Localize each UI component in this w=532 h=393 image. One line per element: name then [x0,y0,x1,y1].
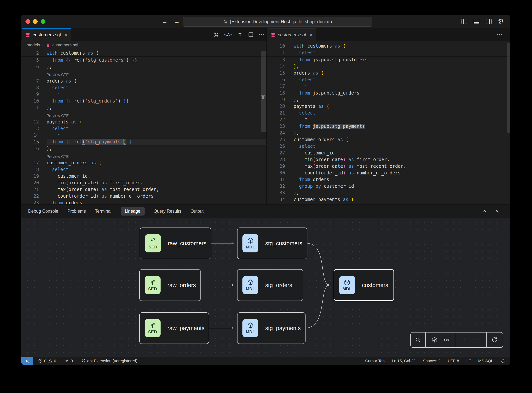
panel-tab-terminal[interactable]: Terminal [95,209,111,214]
remote-indicator[interactable] [21,357,33,365]
lineage-node-stg_orders[interactable]: MDLstg_orders [237,269,303,301]
lineage-node-raw_customers[interactable]: SEDraw_customers [140,227,211,259]
breadcrumb-folder[interactable]: models [27,43,40,48]
minimize-window-button[interactable] [33,19,38,24]
editor-group-divider[interactable] [266,28,267,205]
status-item-ms-sql[interactable]: MS SQL [478,359,493,363]
panel-tab-output[interactable]: Output [190,209,203,214]
breadcrumb[interactable]: models › customers.sql [21,41,266,49]
ports-count: 0 [71,359,73,363]
aperture-icon[interactable] [431,337,438,343]
lineage-node-stg_payments[interactable]: MDLstg_payments [237,312,306,344]
line-number: 19 [21,173,47,180]
code-line: 26 select [266,143,510,150]
code-editor-source[interactable]: 2with customers as (5 from {{ ref('stg_c… [21,49,266,205]
status-item-cursor-tab[interactable]: Cursor Tab [365,359,384,363]
tab-customers-sql-right[interactable]: customers.sql × [267,28,316,41]
dbt-logo-icon[interactable] [214,32,219,37]
line-number: 16 [21,145,47,152]
lineage-node-raw_payments[interactable]: SEDraw_payments [139,312,209,344]
database-file-icon [46,43,50,47]
lineage-node-raw_orders[interactable]: SEDraw_orders [139,269,201,301]
status-item-utf-8[interactable]: UTF-8 [448,359,459,363]
left-editor-scrollbar[interactable] [261,51,266,133]
code-editor-compiled[interactable]: 10with customers as (11 select13 from js… [266,41,510,206]
right-editor-scrollbar[interactable] [507,43,510,133]
panel-tab-lineage[interactable]: Lineage [121,207,145,216]
code-line: 7orders as ( [21,78,266,84]
zoom-in-icon[interactable] [462,337,468,343]
code-line: 22 count(order_id) as number_of_orders [21,193,266,200]
codelens-preview-cte[interactable]: Preview CTE [21,111,266,119]
toggle-primary-sidebar-icon[interactable] [461,19,467,24]
line-number: 32 [266,183,293,190]
line-number: 18 [266,90,293,96]
back-button[interactable]: ← [162,18,168,25]
refresh-icon[interactable] [491,337,498,343]
cube-icon [247,237,254,244]
line-number: 10 [21,98,47,104]
lineage-node-stg_customers[interactable]: MDLstg_customers [237,227,307,259]
preview-eye-icon[interactable] [237,32,243,37]
search-icon[interactable] [415,337,421,343]
line-number: 33 [266,190,293,196]
settings-gear-icon[interactable]: ⚙ [498,18,504,25]
badge-label: MDL [342,286,352,291]
badge-label: MDL [246,329,255,334]
close-window-button[interactable] [25,19,30,24]
status-item-ln-15-col-22[interactable]: Ln 15, Col 22 [392,359,416,363]
status-item-lf[interactable]: LF [466,359,471,363]
cube-icon [247,279,254,286]
toolbar-group [411,333,426,347]
toggle-panel-icon[interactable] [474,19,479,24]
search-icon [223,20,228,24]
problems-status[interactable]: 0 0 [38,359,56,363]
line-number: 10 [266,43,293,49]
zoom-window-button[interactable] [41,19,45,24]
panel-tab-debug-console[interactable]: Debug Console [28,209,58,214]
code-line: 16), [21,145,266,152]
lineage-graph[interactable]: SEDraw_customersMDLstg_customersSEDraw_o… [21,218,510,357]
status-item-spaces-2[interactable]: Spaces: 2 [423,359,441,363]
forward-button[interactable]: → [174,18,180,25]
more-actions-icon[interactable]: ⋯ [497,31,503,38]
seed-badge: SED [145,234,161,252]
panel-tab-query-results[interactable]: Query Results [154,209,182,214]
line-number: 13 [266,56,293,63]
sticky-code-line: 10with customers as ( [266,43,510,49]
toggle-secondary-sidebar-icon[interactable] [486,19,492,24]
line-number: 15 [266,70,293,76]
maximize-panel-icon[interactable] [482,209,487,214]
seed-badge: SED [145,276,161,294]
dbt-extension-status[interactable]: dbt Extension (unregistered) [81,359,137,363]
close-tab-icon[interactable]: × [310,32,312,38]
badge-label: MDL [246,245,255,250]
zoom-out-icon[interactable] [474,337,480,343]
codelens-preview-cte[interactable]: Preview CTE [21,70,266,78]
command-center[interactable]: [Extension Development Host] jaffle_shop… [183,17,372,27]
seedling-icon [149,237,157,244]
line-number: 28 [266,156,293,163]
node-label: stg_customers [265,240,302,246]
seed-badge: SED [145,319,161,337]
line-number: 9 [21,91,47,98]
code-line: 27 customer_id, [266,150,510,156]
code-line: 14), [266,63,510,70]
eye-icon[interactable] [443,337,450,343]
tab-customers-sql-left[interactable]: customers.sql × [22,28,71,41]
cursor-overview-marker [262,96,264,99]
panel-tab-problems[interactable]: Problems [67,209,86,214]
codelens-preview-cte[interactable]: Preview CTE [21,152,266,160]
close-panel-icon[interactable] [495,209,500,214]
line-number: 5 [21,57,47,64]
close-tab-icon[interactable]: × [65,32,67,38]
ports-status[interactable]: 0 [64,359,73,363]
compile-code-icon[interactable]: </> [224,32,232,37]
code-line: 5 from {{ ref('stg_customers') }} [21,57,266,64]
lineage-node-customers[interactable]: MDLcustomers [334,269,394,301]
more-actions-icon[interactable]: ⋯ [259,31,265,38]
split-editor-icon[interactable] [248,32,254,37]
notifications-bell-icon[interactable] [500,358,505,363]
line-number: 29 [266,163,293,170]
breadcrumb-file[interactable]: customers.sql [53,43,78,48]
